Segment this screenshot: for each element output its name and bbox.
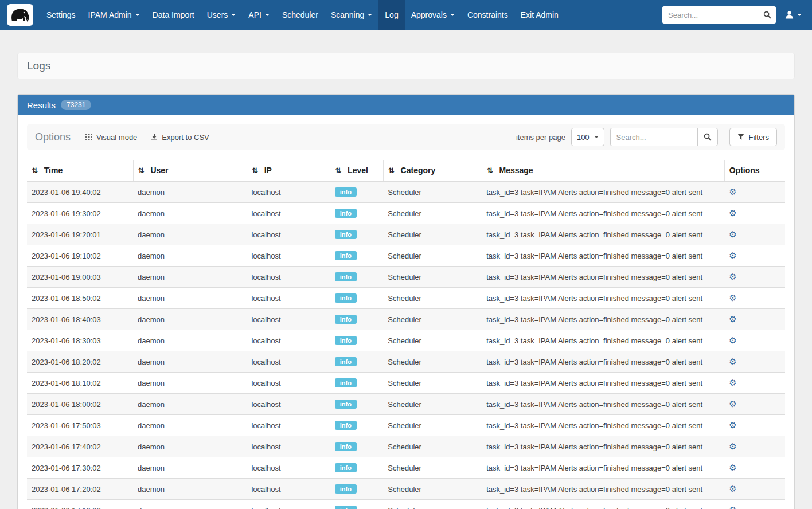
nav-item-constraints[interactable]: Constraints	[461, 0, 514, 30]
gear-icon[interactable]: ⚙	[729, 441, 736, 451]
caret-down-icon	[368, 14, 372, 16]
cell-options: ⚙	[724, 436, 785, 457]
gear-icon[interactable]: ⚙	[729, 187, 736, 197]
cell-level: info	[330, 288, 384, 309]
table-search-button[interactable]	[697, 128, 718, 146]
cell-ip: localhost	[247, 288, 330, 309]
cell-category: Scheduler	[383, 203, 482, 224]
nav-item-scheduler[interactable]: Scheduler	[276, 0, 325, 30]
cell-category: Scheduler	[383, 436, 482, 457]
gear-icon[interactable]: ⚙	[729, 399, 736, 409]
cell-level: info	[330, 224, 384, 245]
visual-mode-label: Visual mode	[96, 133, 137, 142]
results-count-badge: 73231	[61, 100, 91, 110]
cell-category: Scheduler	[383, 330, 482, 351]
column-header-category[interactable]: ⇅ Category	[383, 160, 482, 181]
nav-item-log[interactable]: Log	[378, 0, 404, 30]
gear-icon[interactable]: ⚙	[729, 250, 736, 260]
level-badge: info	[335, 357, 357, 366]
cell-user: daemon	[133, 181, 247, 203]
column-header-options: Options	[724, 160, 785, 181]
gear-icon[interactable]: ⚙	[729, 229, 736, 239]
user-menu[interactable]	[783, 11, 804, 19]
sort-icon: ⇅	[138, 166, 145, 175]
cell-message: task_id=3 task=IPAM Alerts action=finish…	[482, 267, 724, 288]
log-row: 2023-01-06 18:00:02 daemon localhost inf…	[27, 394, 785, 415]
cell-user: daemon	[133, 330, 247, 351]
column-header-ip[interactable]: ⇅ IP	[247, 160, 330, 181]
nav-item-label: Log	[385, 10, 398, 19]
cell-options: ⚙	[724, 181, 785, 203]
gear-icon[interactable]: ⚙	[729, 505, 736, 509]
cell-ip: localhost	[247, 245, 330, 267]
cell-message: task_id=3 task=IPAM Alerts action=finish…	[482, 330, 724, 351]
cell-time: 2023-01-06 17:50:03	[27, 415, 133, 436]
nav-item-approvals[interactable]: Approvals	[405, 0, 461, 30]
log-row: 2023-01-06 18:30:03 daemon localhost inf…	[27, 330, 785, 351]
phpipam-logo[interactable]	[6, 0, 40, 30]
results-panel: Results 73231 Options Visual mode	[17, 94, 795, 509]
cell-message: task_id=3 task=IPAM Alerts action=finish…	[482, 479, 724, 500]
cell-time: 2023-01-06 17:30:02	[27, 457, 133, 479]
level-badge: info	[335, 187, 357, 197]
cell-category: Scheduler	[383, 224, 482, 245]
gear-icon[interactable]: ⚙	[729, 335, 736, 345]
cell-level: info	[330, 245, 384, 267]
cell-options: ⚙	[724, 394, 785, 415]
nav-item-api[interactable]: API	[242, 0, 276, 30]
gear-icon[interactable]: ⚙	[729, 272, 736, 281]
column-header-message[interactable]: ⇅ Message	[482, 160, 724, 181]
nav-item-settings[interactable]: Settings	[40, 0, 82, 30]
export-csv-button[interactable]: Export to CSV	[151, 133, 209, 142]
results-panel-header: Results 73231	[18, 95, 794, 115]
global-search-button[interactable]	[758, 6, 776, 24]
items-per-page-select[interactable]: 100	[571, 128, 604, 146]
navbar-right	[662, 0, 806, 30]
cell-ip: localhost	[247, 415, 330, 436]
cell-time: 2023-01-06 18:00:02	[27, 394, 133, 415]
table-search	[610, 128, 718, 146]
gear-icon[interactable]: ⚙	[729, 293, 736, 303]
column-header-level[interactable]: ⇅ Level	[330, 160, 384, 181]
gear-icon[interactable]: ⚙	[729, 378, 736, 387]
nav-item-users[interactable]: Users	[201, 0, 243, 30]
download-icon	[151, 134, 158, 140]
cell-category: Scheduler	[383, 457, 482, 479]
column-header-user[interactable]: ⇅ User	[133, 160, 247, 181]
gear-icon[interactable]: ⚙	[729, 463, 736, 472]
cell-user: daemon	[133, 267, 247, 288]
column-header-time[interactable]: ⇅ Time	[27, 160, 133, 181]
cell-level: info	[330, 415, 384, 436]
log-row: 2023-01-06 19:30:02 daemon localhost inf…	[27, 203, 785, 224]
options-title: Options	[35, 131, 71, 143]
nav-item-label: Scanning	[331, 10, 364, 19]
gear-icon[interactable]: ⚙	[729, 420, 736, 430]
cell-level: info	[330, 373, 384, 394]
visual-mode-button[interactable]: Visual mode	[85, 133, 137, 142]
gear-icon[interactable]: ⚙	[729, 484, 736, 494]
global-search-input[interactable]	[662, 6, 758, 24]
cell-time: 2023-01-06 18:50:02	[27, 288, 133, 309]
cell-options: ⚙	[724, 330, 785, 351]
nav-item-label: Constraints	[467, 10, 508, 19]
gear-icon[interactable]: ⚙	[729, 357, 736, 366]
cell-level: info	[330, 309, 384, 330]
nav-item-label: Data Import	[153, 10, 194, 19]
nav-item-ipam-admin[interactable]: IPAM Admin	[82, 0, 146, 30]
log-table-header: ⇅ Time ⇅ User ⇅ IP ⇅ Level ⇅ Category ⇅ …	[27, 160, 785, 181]
nav-item-label: Settings	[46, 10, 76, 19]
filters-button[interactable]: Filters	[729, 128, 777, 146]
column-header-label: Time	[44, 166, 63, 175]
level-badge: info	[335, 484, 357, 494]
table-search-input[interactable]	[610, 128, 697, 146]
nav-item-scanning[interactable]: Scanning	[325, 0, 378, 30]
filters-label: Filters	[749, 133, 769, 142]
nav-item-exit-admin[interactable]: Exit Admin	[514, 0, 565, 30]
cell-category: Scheduler	[383, 394, 482, 415]
cell-level: info	[330, 394, 384, 415]
nav-item-data-import[interactable]: Data Import	[146, 0, 201, 30]
gear-icon[interactable]: ⚙	[729, 314, 736, 324]
gear-icon[interactable]: ⚙	[729, 208, 736, 218]
cell-ip: localhost	[247, 309, 330, 330]
cell-user: daemon	[133, 373, 247, 394]
